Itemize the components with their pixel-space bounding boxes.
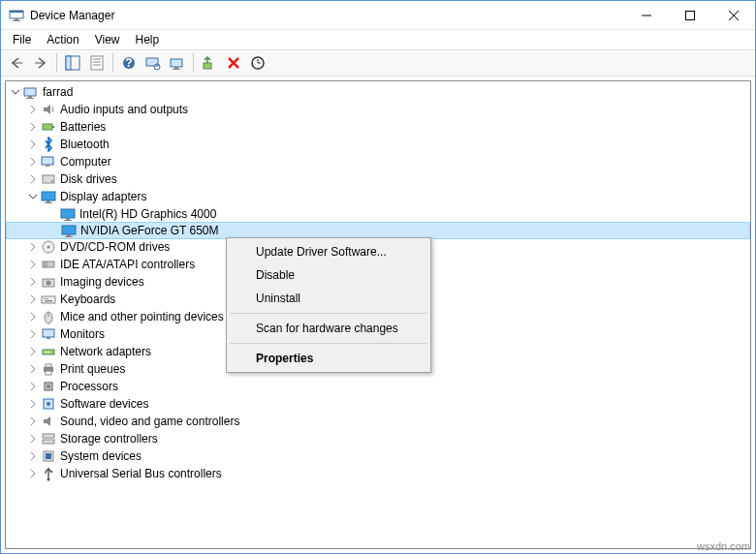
tree-category-label: Mice and other pointing devices [60, 310, 224, 323]
tree-category[interactable]: Disk drives [6, 170, 750, 188]
computer-icon [23, 84, 39, 100]
expander-icon[interactable] [27, 191, 39, 202]
svg-rect-41 [67, 234, 71, 236]
toolbar-separator [112, 53, 113, 73]
svg-rect-37 [61, 209, 75, 218]
scan-button[interactable] [142, 52, 165, 74]
svg-rect-69 [43, 440, 54, 444]
ctx-separator [230, 343, 427, 344]
expander-icon[interactable] [27, 259, 39, 270]
svg-rect-35 [47, 200, 50, 202]
tree-category[interactable]: Batteries [6, 118, 750, 136]
computer-icon [41, 154, 56, 169]
tree-category[interactable]: Universal Serial Bus controllers [6, 465, 750, 482]
show-hide-tree-button[interactable] [61, 52, 84, 74]
tree-device-label: Intel(R) HD Graphics 4000 [79, 207, 216, 221]
context-menu: Update Driver Software... Disable Uninst… [226, 237, 431, 373]
expander-icon[interactable] [27, 156, 39, 168]
expander-icon[interactable] [27, 241, 39, 253]
svg-rect-39 [64, 220, 72, 221]
svg-rect-18 [171, 59, 182, 67]
svg-point-72 [47, 478, 50, 481]
tree-category[interactable]: Sound, video and game controllers [6, 413, 750, 430]
expander-icon[interactable] [27, 138, 39, 150]
expander-icon[interactable] [27, 416, 39, 427]
close-button[interactable] [711, 1, 755, 29]
svg-rect-65 [47, 385, 50, 388]
expander-icon[interactable] [10, 86, 21, 98]
svg-point-74 [45, 472, 47, 474]
ctx-scan[interactable]: Scan for hardware changes [229, 317, 428, 340]
expander-icon[interactable] [27, 363, 39, 375]
network-icon [41, 344, 56, 359]
tree-category[interactable]: Computer [6, 153, 750, 170]
tree-category[interactable]: Display adapters [6, 188, 750, 205]
ctx-disable[interactable]: Disable [229, 263, 428, 287]
back-button[interactable] [5, 52, 28, 74]
svg-point-60 [47, 352, 49, 354]
tree-root[interactable]: farrad [6, 83, 750, 101]
window-title: Device Manager [30, 9, 624, 22]
display-icon [61, 223, 77, 238]
ctx-update-driver[interactable]: Update Driver Software... [229, 240, 428, 263]
tree-category-label: Sound, video and game controllers [60, 415, 239, 428]
tree-category[interactable]: System devices [6, 447, 750, 465]
enable-button[interactable] [198, 52, 221, 74]
minimize-button[interactable] [624, 1, 668, 29]
svg-rect-9 [66, 56, 71, 70]
watermark: wsxdn.com [697, 540, 750, 552]
tree-device[interactable]: Intel(R) HD Graphics 4000 [6, 205, 750, 223]
expander-icon[interactable] [27, 450, 39, 462]
tree-category[interactable]: Processors [6, 378, 750, 395]
svg-rect-28 [43, 124, 52, 130]
menu-action[interactable]: Action [41, 31, 84, 48]
app-icon [9, 8, 24, 23]
uninstall-button[interactable] [222, 52, 245, 74]
help-button[interactable]: ? [117, 52, 141, 74]
svg-rect-26 [28, 96, 32, 98]
expander-icon[interactable] [27, 468, 39, 479]
menu-file[interactable]: File [7, 31, 37, 48]
bluetooth-icon [41, 137, 56, 152]
expander-icon[interactable] [27, 311, 39, 323]
update-driver-button[interactable] [166, 52, 189, 74]
expander-icon[interactable] [27, 276, 39, 288]
expander-icon[interactable] [27, 346, 39, 357]
maximize-button[interactable] [668, 1, 711, 29]
expander-icon[interactable] [27, 433, 39, 445]
tree-category[interactable]: Software devices [6, 395, 750, 413]
svg-point-59 [45, 352, 47, 354]
expander-icon[interactable] [27, 293, 39, 305]
tree-category-label: Processors [60, 380, 118, 393]
expander-icon[interactable] [27, 328, 39, 340]
tree-category[interactable]: Bluetooth [6, 136, 750, 153]
imaging-icon [41, 274, 56, 290]
ctx-uninstall[interactable]: Uninstall [229, 287, 428, 310]
tree-category[interactable]: Storage controllers [6, 430, 750, 447]
tree-category-label: Keyboards [60, 292, 115, 306]
tree-category[interactable]: Audio inputs and outputs [6, 101, 750, 118]
battery-icon [41, 119, 56, 135]
menu-view[interactable]: View [89, 31, 126, 48]
svg-point-33 [51, 180, 53, 182]
audio-icon [41, 102, 56, 117]
tree-root-label: farrad [43, 85, 73, 99]
titlebar: Device Manager [1, 1, 755, 30]
expander-icon[interactable] [27, 121, 39, 133]
svg-rect-30 [42, 157, 53, 165]
expander-icon[interactable] [27, 381, 39, 392]
expander-icon[interactable] [27, 173, 39, 185]
tree-category-label: Display adapters [60, 190, 146, 203]
properties-button[interactable] [85, 52, 109, 74]
svg-rect-38 [66, 218, 70, 220]
processor-icon [41, 379, 56, 394]
svg-rect-27 [26, 98, 34, 99]
svg-rect-36 [45, 202, 52, 203]
tree-category-label: Audio inputs and outputs [60, 103, 188, 116]
expander-icon[interactable] [27, 104, 39, 115]
forward-button[interactable] [29, 52, 52, 74]
menu-help[interactable]: Help [130, 31, 166, 48]
scan-hardware-button[interactable] [246, 52, 269, 74]
expander-icon[interactable] [27, 398, 39, 410]
ctx-properties[interactable]: Properties [229, 347, 428, 370]
